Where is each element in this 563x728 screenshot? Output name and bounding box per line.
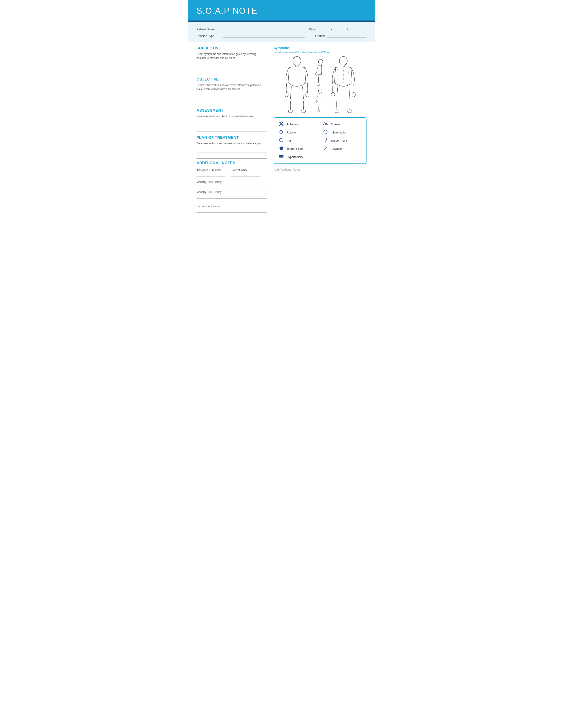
inflammation-label: Inflammation — [331, 131, 347, 134]
legend-pain: Pain — [278, 138, 318, 144]
elevation-icon — [322, 146, 329, 152]
patient-info-section: Patient Name Date / / Session Type Durat… — [188, 22, 375, 42]
main-content: SUBJECTIVE Client symptoms and informati… — [188, 42, 375, 232]
svg-point-16 — [316, 100, 318, 103]
date-month-input[interactable] — [317, 27, 330, 31]
svg-point-26 — [349, 99, 351, 101]
plan-title: PLAN OF TREATMENT — [196, 135, 267, 140]
legend-inflammation: Inflammation — [322, 129, 362, 135]
hypertonicity-label: Hypertonicity — [287, 155, 303, 159]
medications-label: Current medications: — [196, 205, 267, 208]
svg-point-14 — [319, 89, 322, 93]
date-label: Date — [309, 28, 315, 31]
objective-line1[interactable] — [196, 94, 267, 98]
date-injury-group: Date of injury — [231, 167, 263, 179]
modality2-input[interactable] — [196, 195, 267, 199]
symptoms-sublabel: Location/intensity/Duration/Frequency/On… — [274, 51, 367, 54]
subjective-line1[interactable] — [196, 63, 267, 67]
legend-spasm: Spasm — [322, 121, 362, 127]
insurance-input[interactable] — [196, 173, 225, 176]
svg-point-6 — [289, 110, 293, 113]
add-notes-right-section: Add Additional Notes — [274, 168, 367, 189]
body-side-small — [314, 59, 327, 88]
session-type-label: Session Type — [196, 34, 221, 38]
svg-point-9 — [302, 99, 305, 101]
svg-point-21 — [331, 92, 335, 97]
spasm-label: Spasm — [331, 123, 340, 126]
date-year-input[interactable] — [349, 27, 367, 31]
objective-desc: Clinical observations derived from inter… — [196, 83, 267, 91]
legend-hypertonicity: Hypertonicity — [278, 154, 318, 160]
subjective-title: SUBJECTIVE — [196, 46, 267, 51]
svg-rect-15 — [320, 93, 321, 94]
legend-trigger-point: Trigger Point — [322, 138, 362, 144]
date-injury-input[interactable] — [231, 173, 260, 176]
svg-point-10 — [319, 59, 323, 64]
hypertonicity-icon — [278, 154, 285, 160]
trigger-point-label: Trigger Point — [331, 139, 347, 142]
duration-label: Duration — [314, 34, 325, 38]
legend-elevation: Elevation — [322, 146, 362, 152]
medications-line2[interactable] — [196, 215, 267, 219]
rotation-label: Rotation — [287, 131, 297, 134]
subheader-bar — [188, 21, 375, 22]
additional-notes-section: ADDITIONAL NOTES Insurance ID number Dat… — [196, 161, 267, 225]
date-day-input[interactable] — [333, 27, 346, 31]
add-notes-label: Add Additional Notes — [274, 168, 367, 171]
subjective-line2[interactable] — [196, 69, 267, 73]
tender-point-label: Tender Point — [287, 147, 303, 150]
tender-point-icon — [278, 146, 285, 152]
svg-point-17 — [318, 110, 320, 112]
svg-point-8 — [290, 99, 292, 101]
session-type-row: Session Type Duration — [196, 34, 367, 38]
insurance-group: Insurance ID number — [196, 167, 228, 179]
adhesion-label: Adhesion — [287, 123, 299, 126]
medications-line1[interactable] — [196, 209, 267, 213]
spasm-icon — [322, 121, 329, 127]
svg-point-22 — [352, 92, 356, 97]
objective-title: OBJECTIVE — [196, 77, 267, 82]
svg-point-25 — [336, 99, 338, 101]
additional-notes-title: ADDITIONAL NOTES — [196, 161, 267, 165]
pain-label: Pain — [287, 139, 292, 142]
objective-line2[interactable] — [196, 100, 267, 104]
svg-point-12 — [316, 73, 317, 75]
svg-point-7 — [301, 110, 306, 113]
patient-name-row: Patient Name Date / / — [196, 27, 367, 31]
svg-point-33 — [279, 146, 283, 150]
add-notes-line3[interactable] — [274, 185, 367, 189]
svg-point-13 — [317, 84, 320, 86]
plan-desc: Treatment options, recommendations and s… — [196, 141, 267, 145]
medications-line3[interactable] — [196, 221, 267, 225]
insurance-label: Insurance ID number — [196, 169, 228, 172]
assessment-line2[interactable] — [196, 128, 267, 131]
trigger-point-icon — [322, 138, 329, 144]
patient-name-input[interactable] — [222, 27, 300, 31]
svg-point-0 — [293, 56, 301, 65]
date-injury-label: Date of injury — [231, 169, 263, 172]
rotation-icon — [278, 129, 285, 135]
add-notes-line2[interactable] — [274, 179, 367, 183]
modality1-label: Modality Type (code): — [196, 180, 267, 184]
assessment-line1[interactable] — [196, 121, 267, 125]
symptoms-label: Symptoms: — [274, 46, 367, 50]
modality1-input[interactable] — [196, 184, 267, 188]
plan-line1[interactable] — [196, 148, 267, 152]
assessment-title: ASSESSMENT — [196, 108, 267, 113]
svg-point-23 — [335, 110, 339, 113]
body-front-large — [283, 56, 311, 113]
svg-point-5 — [306, 92, 309, 97]
legend-adhesion: Adhesion — [278, 121, 318, 127]
add-notes-line1[interactable] — [274, 173, 367, 177]
duration-input[interactable] — [327, 34, 367, 38]
body-back-large — [329, 56, 358, 113]
assessment-desc: Treatment used and client response to tr… — [196, 114, 267, 118]
svg-point-32 — [279, 138, 283, 142]
plan-line2[interactable] — [196, 155, 267, 159]
session-type-input[interactable] — [222, 34, 305, 38]
svg-rect-11 — [320, 64, 322, 65]
patient-name-label: Patient Name — [196, 28, 221, 31]
page-title: S.O.A.P NOTE — [196, 6, 367, 16]
left-column: SUBJECTIVE Client symptoms and informati… — [196, 46, 267, 227]
pain-icon — [278, 138, 285, 144]
